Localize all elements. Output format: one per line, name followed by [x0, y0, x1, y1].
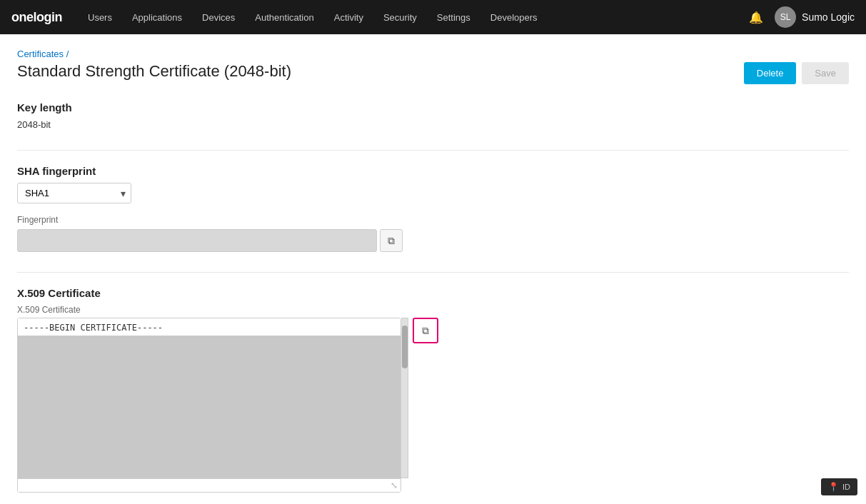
x509-title: X.509 Certificate	[17, 287, 849, 299]
sha-select-wrapper: SHA1 SHA256 ▾	[17, 183, 131, 203]
breadcrumb-separator: /	[66, 49, 69, 59]
pin-icon: 📍	[828, 482, 839, 492]
divider-2	[17, 272, 849, 273]
resize-handle-icon: ⤡	[391, 480, 398, 490]
avatar: SL	[775, 6, 796, 28]
x509-field-label: X.509 Certificate	[17, 305, 849, 315]
nav-items: Users Applications Devices Authenticatio…	[79, 0, 749, 34]
x509-field-box: -----BEGIN CERTIFICATE----- ⤡	[17, 318, 401, 493]
x509-section: X.509 Certificate X.509 Certificate ----…	[17, 287, 849, 493]
x509-area-container: -----BEGIN CERTIFICATE----- ⤡ ⧉	[17, 318, 438, 493]
key-length-value: 2048-bit	[17, 119, 849, 130]
nav-right: 🔔 SL Sumo Logic	[749, 6, 855, 28]
header-actions: Delete Save	[744, 62, 849, 84]
page-content: Certificates / Standard Strength Certifi…	[0, 34, 866, 504]
logo: onelogin	[11, 10, 62, 25]
id-badge-label: ID	[842, 483, 850, 491]
fingerprint-row: ⧉	[17, 229, 403, 252]
navbar: onelogin Users Applications Devices Auth…	[0, 0, 866, 34]
divider-1	[17, 150, 849, 151]
x509-begin-line: -----BEGIN CERTIFICATE-----	[18, 318, 401, 336]
x509-copy-button[interactable]: ⧉	[413, 318, 438, 343]
x509-copy-area: ⧉	[413, 318, 438, 343]
nav-item-security[interactable]: Security	[375, 0, 426, 34]
nav-item-authentication[interactable]: Authentication	[246, 0, 322, 34]
nav-item-devices[interactable]: Devices	[193, 0, 243, 34]
sha-fingerprint-section: SHA fingerprint SHA1 SHA256 ▾ Fingerprin…	[17, 165, 849, 252]
x509-textarea-wrapper: -----BEGIN CERTIFICATE----- ⤡	[17, 318, 401, 493]
x509-copy-icon: ⧉	[422, 325, 429, 337]
x509-resize-handle-area: ⤡	[18, 478, 401, 492]
id-badge: 📍 ID	[821, 478, 857, 495]
x509-scrollbar[interactable]	[401, 318, 408, 478]
breadcrumb-parent-link[interactable]: Certificates	[17, 49, 64, 59]
nav-item-settings[interactable]: Settings	[428, 0, 479, 34]
nav-item-developers[interactable]: Developers	[482, 0, 546, 34]
sha-fingerprint-title: SHA fingerprint	[17, 165, 849, 177]
page-title: Standard Strength Certificate (2048-bit)	[17, 62, 291, 81]
x509-content-area	[18, 336, 401, 478]
key-length-section: Key length 2048-bit	[17, 101, 849, 130]
notification-bell-icon[interactable]: 🔔	[749, 11, 763, 24]
x509-area-row: -----BEGIN CERTIFICATE----- ⤡ ⧉	[17, 318, 438, 493]
nav-item-users[interactable]: Users	[79, 0, 121, 34]
sha-select[interactable]: SHA1 SHA256	[17, 183, 131, 203]
fingerprint-input[interactable]	[17, 229, 377, 252]
user-name: Sumo Logic	[802, 11, 855, 23]
delete-button[interactable]: Delete	[744, 62, 797, 84]
copy-icon: ⧉	[388, 235, 395, 247]
nav-item-activity[interactable]: Activity	[326, 0, 372, 34]
key-length-title: Key length	[17, 101, 849, 114]
save-button: Save	[802, 62, 849, 84]
nav-item-applications[interactable]: Applications	[124, 0, 191, 34]
breadcrumb: Certificates /	[17, 49, 849, 59]
fingerprint-copy-button[interactable]: ⧉	[380, 229, 403, 252]
fingerprint-label: Fingerprint	[17, 215, 849, 225]
user-menu[interactable]: SL Sumo Logic	[775, 6, 855, 28]
x509-scrollbar-thumb[interactable]	[402, 326, 408, 368]
page-header: Standard Strength Certificate (2048-bit)…	[17, 62, 849, 84]
